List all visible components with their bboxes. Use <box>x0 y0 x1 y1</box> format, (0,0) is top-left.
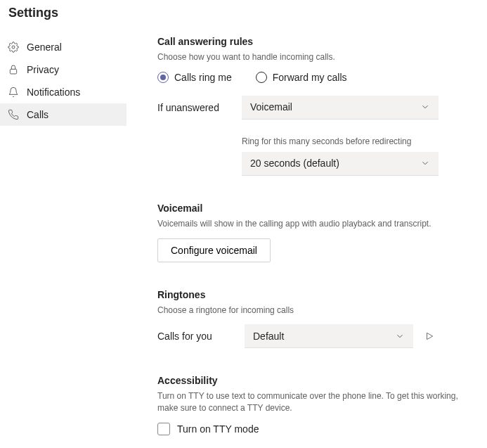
sidebar: General Privacy Notifications Calls <box>0 32 126 448</box>
phone-icon <box>7 108 20 121</box>
svg-point-0 <box>12 46 15 49</box>
radio-label: Forward my calls <box>273 72 347 83</box>
tty-mode-checkbox-row[interactable]: Turn on TTY mode <box>157 423 470 435</box>
ring-seconds-label: Ring for this many seconds before redire… <box>242 136 470 146</box>
play-icon <box>424 331 434 341</box>
content-panel: Call answering rules Choose how you want… <box>126 32 487 448</box>
voicemail-section: Voicemail Voicemails will show in the ca… <box>157 203 470 262</box>
section-title: Call answering rules <box>157 36 470 47</box>
gear-icon <box>7 41 20 53</box>
sidebar-item-label: General <box>27 41 62 53</box>
call-answering-rules-section: Call answering rules Choose how you want… <box>157 36 470 176</box>
sidebar-item-label: Privacy <box>27 64 59 75</box>
sidebar-item-privacy[interactable]: Privacy <box>0 58 126 81</box>
sidebar-item-label: Notifications <box>27 87 80 98</box>
calls-for-you-label: Calls for you <box>157 331 235 342</box>
section-desc: Turn on TTY to use text to communicate o… <box>157 390 470 414</box>
dropdown-value: 20 seconds (default) <box>250 158 339 169</box>
svg-rect-1 <box>10 69 16 74</box>
configure-voicemail-button[interactable]: Configure voicemail <box>157 238 271 262</box>
sidebar-item-notifications[interactable]: Notifications <box>0 81 126 103</box>
bell-icon <box>7 86 20 98</box>
radio-label: Calls ring me <box>174 72 232 83</box>
sidebar-item-general[interactable]: General <box>0 36 126 58</box>
checkbox-label: Turn on TTY mode <box>177 423 259 435</box>
svg-marker-2 <box>427 333 433 340</box>
radio-calls-ring-me[interactable]: Calls ring me <box>157 72 232 83</box>
sidebar-item-calls[interactable]: Calls <box>0 103 126 126</box>
dropdown-value: Default <box>253 331 284 342</box>
radio-indicator <box>256 72 267 83</box>
chevron-down-icon <box>395 331 405 341</box>
section-desc: Choose how you want to handle incoming c… <box>157 51 470 63</box>
radio-forward-my-calls[interactable]: Forward my calls <box>256 72 347 83</box>
section-title: Ringtones <box>157 289 470 300</box>
section-title: Voicemail <box>157 203 470 214</box>
ringtones-section: Ringtones Choose a ringtone for incoming… <box>157 289 470 349</box>
if-unanswered-dropdown[interactable]: Voicemail <box>242 96 439 120</box>
sidebar-item-label: Calls <box>27 109 48 120</box>
chevron-down-icon <box>420 102 430 112</box>
ringtone-dropdown[interactable]: Default <box>245 324 413 348</box>
if-unanswered-label: If unanswered <box>157 102 242 113</box>
section-desc: Voicemails will show in the calling app … <box>157 218 470 230</box>
chevron-down-icon <box>420 158 430 168</box>
play-ringtone-button[interactable] <box>423 330 436 343</box>
dropdown-value: Voicemail <box>250 101 292 113</box>
lock-icon <box>7 63 20 76</box>
ring-seconds-dropdown[interactable]: 20 seconds (default) <box>242 152 439 176</box>
section-desc: Choose a ringtone for incoming calls <box>157 305 470 316</box>
checkbox <box>157 423 170 435</box>
section-title: Accessibility <box>157 375 470 386</box>
page-title: Settings <box>0 0 487 32</box>
radio-indicator <box>157 72 169 83</box>
accessibility-section: Accessibility Turn on TTY to use text to… <box>157 375 470 435</box>
